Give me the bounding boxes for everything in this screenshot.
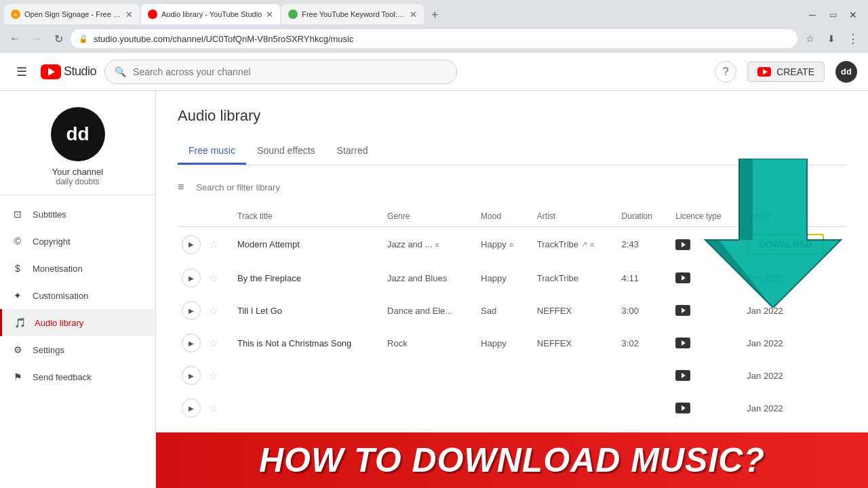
tab2-close[interactable]: ✕ (266, 9, 273, 20)
genre-filter-icon-1[interactable]: ≡ (435, 241, 439, 249)
yt-music-icon-6[interactable] (675, 403, 690, 413)
url-bar[interactable]: 🔒 studio.youtube.com/channel/UC0TofQnM-V… (71, 29, 797, 48)
star-button-5[interactable]: ☆ (209, 370, 218, 382)
table-row: ▶ ☆ (178, 392, 846, 424)
help-button[interactable]: ? (715, 61, 736, 83)
new-tab-button[interactable]: + (425, 5, 444, 24)
browser-tab-2[interactable]: Audio library - YouTube Studio ✕ (141, 4, 280, 24)
minimize-button[interactable]: ─ (803, 5, 822, 24)
bookmarks-button[interactable]: ☆ (800, 29, 819, 48)
play-button-5[interactable]: ▶ (182, 366, 201, 385)
tab2-label: Audio library - YouTube Studio (161, 10, 262, 18)
youtube-logo[interactable]: Studio (41, 64, 96, 79)
browser-tab-3[interactable]: Free YouTube Keyword Tool: Incr... ✕ (281, 4, 424, 24)
yt-music-icon-1[interactable] (675, 239, 690, 250)
sidebar-item-monetisation[interactable]: $ Monetisation (0, 255, 155, 282)
sidebar-item-audio-library[interactable]: 🎵 Audio library (0, 309, 155, 336)
forward-button[interactable]: → (27, 29, 46, 48)
search-input[interactable] (133, 66, 447, 77)
licence-cell-5 (667, 359, 738, 392)
track-cell-1: Modern Attempt (229, 227, 379, 262)
menu-dots-button[interactable]: ⋮ (844, 29, 863, 48)
maximize-button[interactable]: ▭ (823, 5, 842, 24)
yt-music-icon-5[interactable] (675, 370, 690, 381)
tab3-icon (288, 9, 298, 19)
mood-filter-icon-1[interactable]: ≡ (509, 241, 513, 249)
subtitles-icon: ⊡ (11, 207, 24, 221)
play-button-6[interactable]: ▶ (182, 399, 201, 418)
star-button-2[interactable]: ☆ (209, 272, 218, 284)
mood-cell-5 (473, 359, 529, 392)
play-button-3[interactable]: ▶ (182, 301, 201, 320)
close-window-button[interactable]: ✕ (844, 5, 863, 24)
yt-music-icon-2[interactable] (675, 272, 690, 283)
search-bar[interactable]: 🔍 (104, 60, 457, 84)
yt-music-icon-3[interactable] (675, 305, 690, 316)
play-button-2[interactable]: ▶ (182, 268, 201, 287)
duration-cell-3: 3:00 (614, 294, 668, 327)
genre-cell-1: Jazz and ... ≡ (379, 227, 473, 262)
added-cell-3: Jan 2022 (738, 294, 846, 327)
app: ☰ Studio 🔍 ? CREATE dd (0, 53, 868, 488)
tab-starred[interactable]: Starred (326, 138, 379, 165)
col-genre: Genre (379, 206, 473, 227)
col-licence: Licence type (667, 206, 738, 227)
licence-cell-4 (667, 327, 738, 359)
reload-button[interactable]: ↻ (49, 29, 68, 48)
added-cell-4: Jan 2022 (738, 327, 846, 359)
avatar[interactable]: dd (835, 61, 857, 83)
sidebar-item-subtitles[interactable]: ⊡ Subtitles (0, 201, 155, 228)
lock-icon: 🔒 (79, 35, 88, 43)
download-browser-button[interactable]: ⬇ (822, 29, 841, 48)
star-button-6[interactable]: ☆ (209, 403, 218, 414)
create-button[interactable]: CREATE (747, 62, 825, 82)
sidebar-item-customisation[interactable]: ✦ Customisation (0, 282, 155, 309)
filter-input[interactable] (189, 176, 846, 198)
star-button-3[interactable]: ☆ (209, 305, 218, 317)
play-button-1[interactable]: ▶ (182, 235, 201, 254)
filter-icon[interactable]: ≡ (178, 181, 184, 193)
table-row: ▶ ☆ Modern Attempt Jazz and ... ≡ Happy … (178, 227, 846, 262)
star-button-4[interactable]: ☆ (209, 338, 218, 349)
table-row: ▶ ☆ By the Fireplace Jazz and Blues Happ… (178, 262, 846, 294)
monetisation-label: Monetisation (33, 264, 83, 274)
hamburger-menu-button[interactable]: ☰ (11, 61, 33, 83)
download-button-1[interactable]: DOWNLOAD (747, 234, 824, 255)
address-bar: ← → ↻ 🔒 studio.youtube.com/channel/UC0To… (0, 24, 868, 53)
external-link-icon-1[interactable]: ↗ (581, 240, 587, 249)
browser-tab-1[interactable]: ● Open Sign Signage - Free photo... ✕ (4, 4, 140, 24)
top-bar-right: ? CREATE dd (715, 61, 857, 83)
track-cell-3: Till I Let Go (229, 294, 379, 327)
yt-music-icon-4[interactable] (675, 338, 690, 348)
artist-cell-3: NEFFEX (529, 294, 614, 327)
sidebar-item-copyright[interactable]: © Copyright (0, 228, 155, 255)
play-cell-6: ▶ (178, 392, 205, 424)
star-button-1[interactable]: ☆ (209, 239, 218, 250)
channel-avatar-text: dd (66, 123, 89, 145)
tab-sound-effects[interactable]: Sound effects (246, 138, 326, 165)
play-button-4[interactable]: ▶ (182, 333, 201, 352)
tab3-close[interactable]: ✕ (410, 9, 417, 20)
create-button-icon (757, 67, 771, 77)
tab2-icon (148, 9, 157, 19)
tab1-icon: ● (11, 9, 20, 19)
duration-cell-5 (614, 359, 668, 392)
sidebar-item-settings[interactable]: ⚙ Settings (0, 336, 155, 363)
channel-avatar: dd (51, 107, 105, 161)
duration-cell-6 (614, 392, 668, 424)
artist-cell-4: NEFFEX (529, 327, 614, 359)
tab1-close[interactable]: ✕ (125, 9, 133, 20)
avatar-text: dd (841, 66, 852, 77)
back-button[interactable]: ← (5, 29, 24, 48)
genre-cell-6 (379, 392, 473, 424)
col-track-title: Track title (229, 206, 379, 227)
create-button-label: CREATE (776, 66, 814, 77)
table-row: ▶ ☆ This is Not a Christmas Song Rock Ha… (178, 327, 846, 359)
tab-free-music[interactable]: Free music (178, 138, 246, 165)
col-added[interactable]: Added ↓ (738, 206, 846, 227)
star-cell-2: ☆ (205, 262, 229, 294)
star-cell-4: ☆ (205, 327, 229, 359)
artist-filter-icon-1[interactable]: ≡ (590, 241, 594, 249)
tracks-table: Track title Genre Mood Artist Duration L… (178, 206, 846, 424)
sidebar-item-send-feedback[interactable]: ⚑ Send feedback (0, 363, 155, 390)
